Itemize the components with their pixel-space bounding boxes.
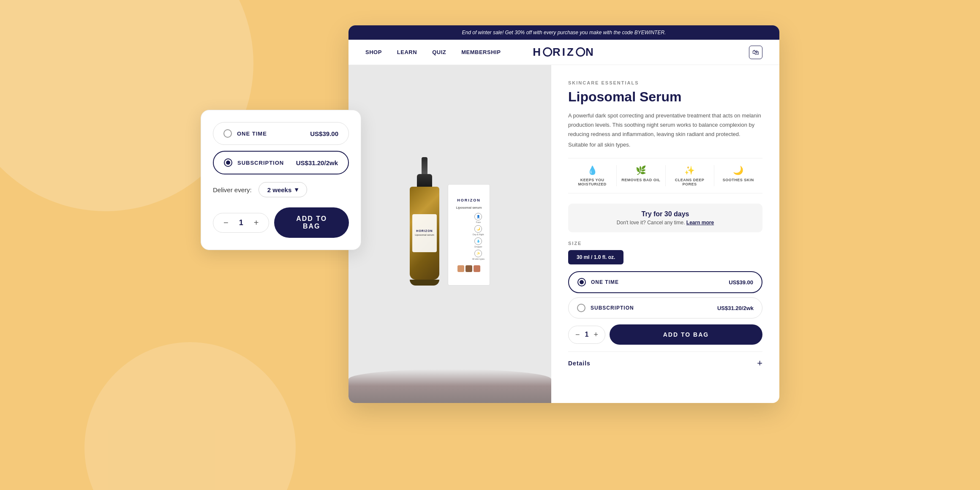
right-qty-decrease[interactable]: − bbox=[575, 330, 580, 339]
moisturize-label: KEEPS YOU MOISTURIZED bbox=[572, 178, 613, 186]
nav-links: SHOP LEARN QUIZ MEMBERSHIP bbox=[365, 49, 501, 55]
bottle-body: HORIZON Liposomal serum bbox=[410, 187, 439, 280]
right-add-to-bag[interactable]: ADD TO BAG bbox=[610, 324, 762, 345]
subscription-option[interactable]: SUBSCRIPTION US$31.20/2wk bbox=[568, 297, 762, 318]
subscription-option-price: US$31.20/2wk bbox=[717, 305, 754, 311]
subscription-price-card: US$31.20/2wk bbox=[296, 159, 338, 166]
face-icon: 👤 bbox=[474, 213, 482, 220]
subscription-option-card[interactable]: SUBSCRIPTION US$31.20/2wk bbox=[213, 151, 349, 174]
one-time-price-card: US$39.00 bbox=[310, 130, 338, 137]
subscription-radio-card bbox=[224, 158, 232, 167]
trial-sub: Don't love it? Cancel any time. Learn mo… bbox=[578, 220, 752, 226]
dropper-label: Dropper bbox=[474, 245, 482, 248]
bottle-label: HORIZON Liposomal serum bbox=[412, 214, 437, 252]
features-row: 💧 KEEPS YOU MOISTURIZED 🌿 REMOVES BAD OI… bbox=[568, 158, 762, 193]
dropper-icon: 💧 bbox=[474, 237, 482, 245]
skin-icon: ✨ bbox=[474, 250, 482, 257]
qty-decrease-card[interactable]: − bbox=[222, 218, 230, 227]
pores-icon: ✨ bbox=[684, 165, 695, 175]
box-icon-day: 🌙 Day & Night bbox=[472, 225, 485, 236]
one-time-option-card[interactable]: ONE TIME US$39.00 bbox=[213, 122, 349, 145]
bottle-dropper bbox=[422, 157, 427, 174]
details-label: Details bbox=[568, 360, 591, 367]
one-time-option-price: US$39.00 bbox=[729, 279, 753, 286]
box-logo: HORIZON bbox=[457, 198, 481, 202]
oil-icon: 🌿 bbox=[636, 165, 646, 175]
box-icon-dropper: 💧 Dropper bbox=[472, 237, 485, 248]
nav-logo: HRIZN bbox=[533, 46, 595, 59]
deliver-select-card[interactable]: 2 weeks ▾ bbox=[259, 182, 308, 197]
qty-increase-card[interactable]: + bbox=[252, 218, 261, 227]
nav-membership[interactable]: MEMBERSHIP bbox=[461, 49, 501, 55]
skin-label: All skin types bbox=[472, 258, 485, 260]
color-blocks bbox=[457, 265, 480, 272]
serum-scene: HORIZON Liposomal serum HORIZON Liposoma… bbox=[410, 157, 490, 311]
feature-oil: 🌿 REMOVES BAD OIL bbox=[617, 165, 665, 186]
size-label: SIZE bbox=[568, 241, 762, 246]
announcement-bar: End of winter sale! Get 30% off with eve… bbox=[348, 25, 779, 40]
add-to-bag-card[interactable]: ADD TO BAG bbox=[274, 207, 349, 238]
bottle-base bbox=[410, 280, 439, 286]
product-description: A powerful dark spot correcting and prev… bbox=[568, 111, 762, 139]
logo-o bbox=[543, 47, 552, 57]
color-block-2 bbox=[466, 265, 472, 272]
deliver-value-card: 2 weeks bbox=[267, 186, 292, 193]
announcement-text: End of winter sale! Get 30% off with eve… bbox=[462, 30, 666, 35]
trial-learn-more[interactable]: Learn more bbox=[686, 220, 714, 226]
one-time-label-card: ONE TIME bbox=[237, 131, 267, 137]
cart-icon: 🛍 bbox=[752, 49, 759, 56]
pores-label: CLEANS DEEP PORES bbox=[669, 178, 710, 186]
nav-learn[interactable]: LEARN bbox=[397, 49, 417, 55]
trial-sub-text: Don't love it? Cancel any time. bbox=[617, 220, 685, 226]
deliver-label-card: Deliver every: bbox=[213, 186, 252, 193]
bottle-brand: HORIZON bbox=[416, 229, 433, 232]
product-image-panel: HORIZON Liposomal serum HORIZON Liposoma… bbox=[348, 65, 551, 403]
daynight-icon: 🌙 bbox=[474, 225, 482, 233]
nav-shop[interactable]: SHOP bbox=[365, 49, 382, 55]
details-footer[interactable]: Details + bbox=[568, 351, 762, 369]
feature-soothes: 🌙 SOOTHES SKIN bbox=[714, 165, 762, 186]
navbar: SHOP LEARN QUIZ MEMBERSHIP HRIZN 🛍 bbox=[348, 40, 779, 65]
details-plus-icon: + bbox=[757, 358, 762, 369]
box-icons: 👤 Face 🌙 Day & Night 💧 Dropper bbox=[472, 213, 486, 260]
box-name: Liposomal serum bbox=[456, 206, 482, 210]
box-icon-skin: ✨ All skin types bbox=[472, 250, 485, 260]
trial-banner: Try for 30 days Don't love it? Cancel an… bbox=[568, 204, 762, 232]
box-packaging: HORIZON Liposomal serum 👤 Face 🌙 Day & N… bbox=[448, 184, 490, 286]
store-window: End of winter sale! Get 30% off with eve… bbox=[348, 25, 779, 403]
product-category: SKINCARE ESSENTIALS bbox=[568, 80, 762, 85]
cart-icon-btn[interactable]: 🛍 bbox=[749, 46, 762, 59]
logo-o2 bbox=[576, 47, 585, 57]
right-qty-value: 1 bbox=[585, 331, 589, 338]
deliver-row-card: Deliver every: 2 weeks ▾ bbox=[213, 182, 349, 197]
nav-quiz[interactable]: QUIZ bbox=[432, 49, 446, 55]
one-time-option-label: ONE TIME bbox=[591, 279, 619, 285]
stone-base bbox=[348, 369, 551, 403]
right-qty-increase[interactable]: + bbox=[593, 330, 598, 339]
nav-icons: 🛍 bbox=[749, 46, 762, 59]
trial-title: Try for 30 days bbox=[578, 210, 752, 218]
one-time-option[interactable]: ONE TIME US$39.00 bbox=[568, 271, 762, 293]
subscription-option-label: SUBSCRIPTION bbox=[591, 305, 634, 311]
chevron-down-icon: ▾ bbox=[295, 186, 298, 193]
qty-value-card: 1 bbox=[237, 218, 245, 227]
subscription-radio bbox=[577, 304, 585, 312]
box-icon-face: 👤 Face bbox=[472, 213, 485, 223]
product-title: Liposomal Serum bbox=[568, 90, 762, 104]
moisturize-icon: 💧 bbox=[587, 165, 598, 175]
color-block-1 bbox=[457, 265, 464, 272]
qty-control-card: − 1 + bbox=[213, 213, 269, 233]
floating-purchase-card: ONE TIME US$39.00 SUBSCRIPTION US$31.20/… bbox=[201, 110, 361, 250]
oil-label: REMOVES BAD OIL bbox=[621, 178, 660, 182]
product-suitable: Suitable for all skin types. bbox=[568, 142, 762, 148]
color-block-3 bbox=[474, 265, 480, 272]
size-button[interactable]: 30 ml / 1.0 fl. oz. bbox=[568, 250, 623, 264]
product-area: HORIZON Liposomal serum HORIZON Liposoma… bbox=[348, 65, 779, 403]
right-qty-control: − 1 + bbox=[568, 326, 605, 344]
soothes-icon: 🌙 bbox=[733, 165, 743, 175]
face-label: Face bbox=[476, 221, 481, 223]
soothes-label: SOOTHES SKIN bbox=[723, 178, 754, 182]
serum-bottle: HORIZON Liposomal serum bbox=[410, 157, 439, 286]
one-time-radio bbox=[577, 278, 586, 286]
cart-row-card: − 1 + ADD TO BAG bbox=[213, 207, 349, 238]
